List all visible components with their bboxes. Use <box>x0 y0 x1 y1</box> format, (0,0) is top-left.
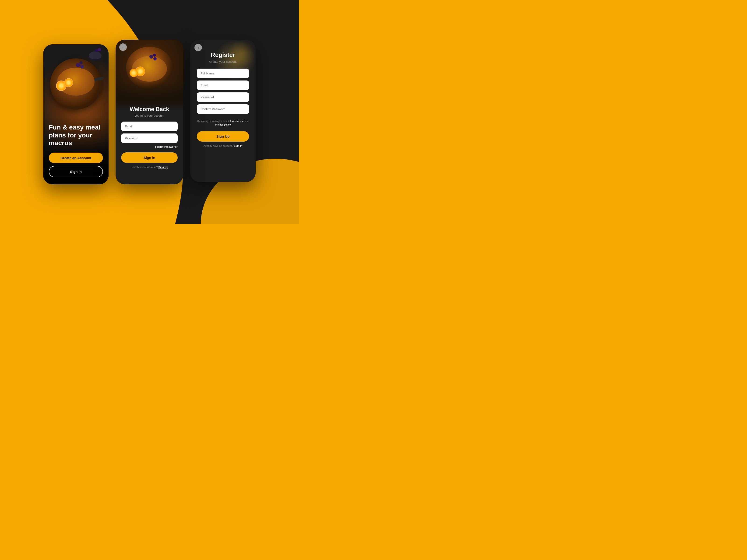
phone2-title: Welcome Back <box>121 106 178 112</box>
bowl-berry1 <box>98 48 101 51</box>
phone1-card: Fun & easy meal plans for your macros Cr… <box>43 44 108 184</box>
fullname-input[interactable] <box>197 69 249 78</box>
password-input-phone3[interactable] <box>197 92 249 102</box>
email-input-phone3[interactable] <box>197 80 249 90</box>
terms-text: By signing up you agree to our Terms of … <box>197 119 249 127</box>
orange2 <box>64 78 73 87</box>
back-button-phone3[interactable]: ‹ <box>195 44 202 51</box>
phone1-headline: Fun & easy meal plans for your macros <box>49 124 103 147</box>
signin-button-phone1[interactable]: Sign in <box>49 166 103 177</box>
phones-container: Fun & easy meal plans for your macros Cr… <box>0 30 299 194</box>
berry2 <box>79 61 83 64</box>
back-button-phone2[interactable]: ‹ <box>119 44 127 51</box>
berry-p2-1 <box>149 55 153 59</box>
signup-link[interactable]: Sign Up <box>158 166 168 168</box>
password-input-phone2[interactable] <box>121 133 178 143</box>
berry-p2-2 <box>153 54 156 57</box>
berry3 <box>80 65 84 69</box>
no-account-text: Don't have an account? Sign Up <box>121 166 178 168</box>
register-title: Register <box>197 51 249 59</box>
phone2-food-image: ‹ <box>115 40 183 100</box>
phone3-form: Register Create your account By signing … <box>190 40 256 153</box>
register-subtitle: Create your account <box>197 60 249 63</box>
already-account-text: Already have an account? Sign In <box>197 144 249 147</box>
signin-button-phone2[interactable]: Sign in <box>121 152 178 163</box>
signup-button[interactable]: Sign Up <box>197 131 249 142</box>
forgot-password-link[interactable]: Forgot Password? <box>121 145 178 148</box>
email-input-phone2[interactable] <box>121 122 178 131</box>
create-account-button[interactable]: Create an Account <box>49 153 103 163</box>
p2-img-gradient <box>115 82 183 100</box>
phone2-form: Welcome Back Log in to your account Forg… <box>115 100 183 173</box>
privacy-policy-link[interactable]: Privacy policy <box>215 124 231 126</box>
berry-bowl <box>89 51 102 61</box>
phone1-content: Fun & easy meal plans for your macros Cr… <box>43 116 108 184</box>
phone2-card: ‹ Welcome Back Log in to your account Fo… <box>115 40 183 184</box>
phone3-card: ‹ Register Create your account By signin… <box>190 40 256 182</box>
orange4 <box>130 69 138 77</box>
chevron-left-icon: ‹ <box>123 45 124 49</box>
signin-link-phone3[interactable]: Sign In <box>234 144 242 147</box>
terms-of-use-link[interactable]: Terms of use <box>230 120 244 123</box>
confirm-password-input[interactable] <box>197 104 249 114</box>
berry-p2-3 <box>153 57 157 60</box>
chevron-left-icon-p3: ‹ <box>198 46 199 50</box>
phone2-subtitle: Log in to your account <box>121 114 178 117</box>
bowl-berry2 <box>95 49 98 52</box>
